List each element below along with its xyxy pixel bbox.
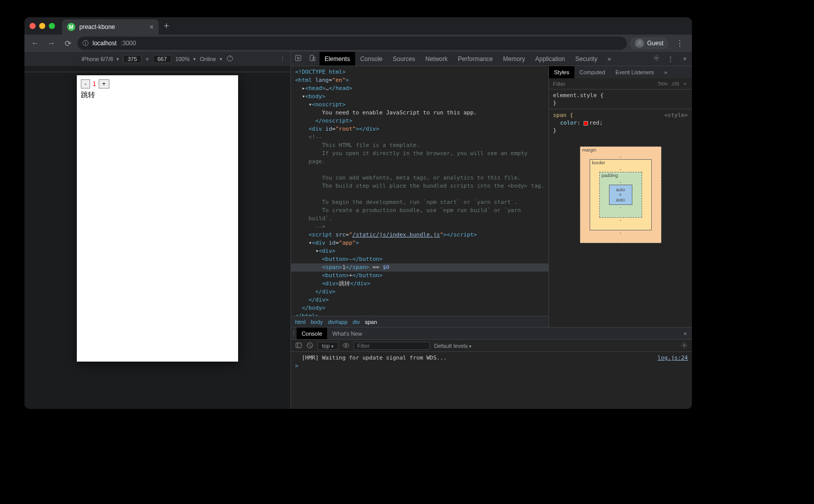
breadcrumb-item[interactable]: body bbox=[311, 319, 323, 325]
dom-node[interactable]: <!-- bbox=[291, 133, 548, 141]
console-prompt[interactable]: > bbox=[295, 362, 688, 370]
console-sidebar-toggle[interactable] bbox=[295, 342, 302, 350]
rule-source-link[interactable]: <style> bbox=[664, 111, 688, 119]
dom-node[interactable]: ▾<noscript> bbox=[291, 101, 548, 109]
plus-button[interactable]: + bbox=[99, 79, 109, 88]
drawer-close-button[interactable]: × bbox=[679, 331, 692, 337]
log-levels-select[interactable]: Default levels bbox=[434, 343, 472, 349]
dom-node[interactable]: page. bbox=[291, 158, 548, 166]
dom-breadcrumb[interactable]: htmlbodydiv#appdivspan bbox=[291, 316, 548, 327]
breadcrumb-item[interactable]: span bbox=[365, 319, 377, 325]
device-width-input[interactable]: 375 bbox=[123, 55, 141, 63]
dom-node[interactable]: To create a production bundle, use `npm … bbox=[291, 206, 548, 215]
drawer-menu[interactable]: ⋮ bbox=[291, 330, 297, 337]
zoom-select[interactable]: 100% bbox=[176, 56, 196, 62]
minus-button[interactable]: - bbox=[81, 79, 90, 88]
styles-tab-computed[interactable]: Computed bbox=[574, 66, 610, 78]
network-select[interactable]: Online bbox=[200, 56, 222, 62]
devtools-tab-sources[interactable]: Sources bbox=[388, 52, 420, 66]
dom-node[interactable]: ▾<div> bbox=[291, 247, 548, 255]
device-toggle-button[interactable] bbox=[305, 54, 319, 63]
dom-node[interactable]: </noscript> bbox=[291, 117, 548, 125]
dom-node[interactable]: build`. bbox=[291, 215, 548, 223]
clear-console-button[interactable] bbox=[306, 342, 313, 350]
devtools-tab-security[interactable]: Security bbox=[570, 52, 602, 66]
styles-tab-styles[interactable]: Styles bbox=[549, 66, 574, 78]
new-tab-button[interactable]: + bbox=[159, 21, 175, 32]
dom-node[interactable]: You can add webfonts, meta tags, or anal… bbox=[291, 174, 548, 182]
context-select[interactable]: top bbox=[317, 342, 338, 350]
console-settings-button[interactable] bbox=[681, 342, 688, 350]
console-output[interactable]: log.js:24 [HMR] Waiting for update signa… bbox=[291, 352, 692, 409]
devtools-tab-console[interactable]: Console bbox=[355, 52, 388, 66]
close-tab-button[interactable]: × bbox=[150, 23, 154, 31]
breadcrumb-item[interactable]: div#app bbox=[328, 319, 348, 325]
rotate-button[interactable] bbox=[226, 55, 234, 63]
browser-menu-button[interactable]: ⋮ bbox=[672, 39, 688, 48]
minimize-window-button[interactable] bbox=[39, 23, 45, 29]
dom-node[interactable]: You need to enable JavaScript to run thi… bbox=[291, 109, 548, 117]
maximize-window-button[interactable] bbox=[49, 23, 55, 29]
box-model[interactable]: margin- border- padding- auto × auto - -… bbox=[580, 146, 661, 243]
dom-tree[interactable]: <!DOCTYPE html><html lang="en"> ▸<head>…… bbox=[291, 66, 548, 316]
styles-more-tabs[interactable]: » bbox=[659, 66, 673, 78]
browser-tab[interactable]: M preact-kbone × bbox=[62, 19, 159, 35]
dom-node[interactable]: ▸<head>…</head> bbox=[291, 84, 548, 93]
hov-toggle[interactable]: :hov bbox=[657, 80, 667, 86]
reload-button[interactable]: ⟳ bbox=[61, 37, 74, 50]
dom-node[interactable]: </div> bbox=[291, 288, 548, 296]
dom-node[interactable]: --> bbox=[291, 223, 548, 231]
omnibox[interactable]: ⓘ localhost:3000 bbox=[77, 37, 627, 50]
dom-node[interactable]: </html> bbox=[291, 312, 548, 316]
devtools-tab-application[interactable]: Application bbox=[530, 52, 570, 66]
devtools-menu-button[interactable]: ⋮ bbox=[663, 55, 678, 63]
site-info-icon[interactable]: ⓘ bbox=[82, 39, 89, 48]
close-window-button[interactable] bbox=[30, 23, 36, 29]
dom-node[interactable]: If you open it directly in the browser, … bbox=[291, 150, 548, 158]
device-height-input[interactable]: 667 bbox=[153, 55, 171, 63]
inspect-button[interactable] bbox=[291, 54, 305, 63]
cls-toggle[interactable]: .cls bbox=[671, 80, 679, 86]
live-expression-button[interactable] bbox=[342, 342, 350, 350]
dom-node[interactable]: </body> bbox=[291, 304, 548, 312]
dom-node[interactable] bbox=[291, 166, 548, 174]
drawer-tab-console[interactable]: Console bbox=[297, 328, 327, 339]
dom-node[interactable]: <button>-</button> bbox=[291, 255, 548, 263]
devtools-more-tabs[interactable]: » bbox=[602, 52, 616, 66]
dom-node[interactable]: ▾<div id="app"> bbox=[291, 239, 548, 247]
dom-node[interactable]: <!DOCTYPE html> bbox=[291, 68, 548, 76]
dom-node[interactable]: <span>1</span> == $0 bbox=[291, 263, 548, 272]
dom-node[interactable]: To begin the development, run `npm start… bbox=[291, 198, 548, 206]
dom-node[interactable] bbox=[291, 190, 548, 198]
new-rule-button[interactable]: ＋ bbox=[682, 80, 688, 86]
dom-node[interactable]: </div> bbox=[291, 296, 548, 304]
forward-button[interactable]: → bbox=[45, 37, 58, 50]
devtools-tab-performance[interactable]: Performance bbox=[453, 52, 498, 66]
styles-filter-input[interactable]: Filter bbox=[553, 81, 565, 87]
dom-node[interactable]: <div id="root"></div> bbox=[291, 125, 548, 133]
styles-tab-event-listeners[interactable]: Event Listeners bbox=[610, 66, 659, 78]
drawer-tab-what-s-new[interactable]: What's New bbox=[327, 328, 367, 339]
devtools-close-button[interactable]: × bbox=[678, 55, 692, 63]
devtools-settings-button[interactable] bbox=[649, 54, 663, 63]
dom-node[interactable]: <script src="/static/js/index.bundle.js"… bbox=[291, 231, 548, 239]
jump-link[interactable]: 跳转 bbox=[81, 91, 234, 100]
devtools-tab-memory[interactable]: Memory bbox=[498, 52, 530, 66]
message-source-link[interactable]: log.js:24 bbox=[657, 354, 688, 362]
rule-declaration[interactable]: color: red; bbox=[553, 119, 688, 127]
breadcrumb-item[interactable]: html bbox=[295, 319, 306, 325]
dom-node[interactable]: This HTML file is a template. bbox=[291, 141, 548, 150]
style-rules[interactable]: element.style { } span { <style> color: … bbox=[549, 90, 692, 136]
dom-node[interactable]: <html lang="en"> bbox=[291, 76, 548, 84]
devtools-tab-elements[interactable]: Elements bbox=[319, 52, 355, 66]
breadcrumb-item[interactable]: div bbox=[353, 319, 360, 325]
dom-node[interactable]: <div>跳转</div> bbox=[291, 280, 548, 288]
device-more-button[interactable]: ⋮ bbox=[280, 56, 285, 63]
color-swatch[interactable] bbox=[584, 121, 588, 126]
console-filter-input[interactable]: Filter bbox=[354, 342, 430, 350]
back-button[interactable]: ← bbox=[28, 37, 42, 50]
profile-badge[interactable]: Guest bbox=[630, 37, 668, 49]
dom-node[interactable]: <button>+</button> bbox=[291, 272, 548, 280]
device-select[interactable]: iPhone 6/7/8 bbox=[81, 56, 119, 62]
dom-node[interactable]: The build step will place the bundled sc… bbox=[291, 182, 548, 190]
